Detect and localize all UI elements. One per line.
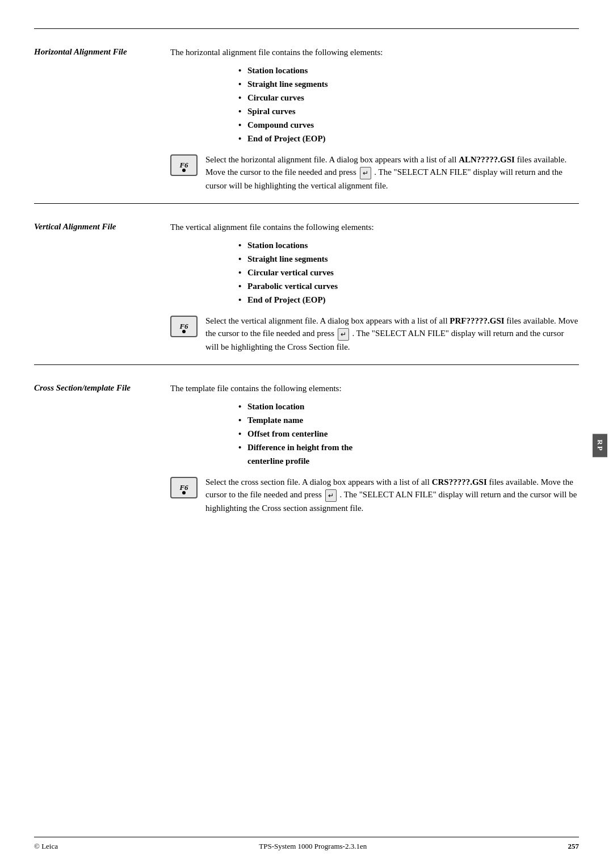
f6-description-horizontal: Select the horizontal alignment file. A … bbox=[205, 153, 579, 192]
list-item: Offset from centerline bbox=[238, 427, 579, 441]
bold-filename: PRF?????.GSI bbox=[450, 316, 504, 325]
enter-icon: ↵ bbox=[360, 167, 371, 179]
section-label-vertical: Vertical Alignment File bbox=[34, 221, 170, 353]
list-item: Straight line segments bbox=[238, 252, 579, 266]
section-content-cross-section: The template file contains the following… bbox=[170, 382, 579, 514]
section-cross-section: Cross Section/template File The template… bbox=[34, 364, 579, 526]
list-item: Station locations bbox=[238, 64, 579, 77]
f6-description-vertical: Select the vertical alignment file. A di… bbox=[205, 315, 579, 354]
f6-key-cross-section: F6 bbox=[170, 477, 198, 498]
footer-right: 257 bbox=[568, 842, 579, 851]
page: Horizontal Alignment File The horizontal… bbox=[0, 0, 613, 868]
bullet-list-horizontal: Station locations Straight line segments… bbox=[238, 64, 579, 145]
f6-description-cross-section: Select the cross section file. A dialog … bbox=[205, 476, 579, 515]
content-area: Horizontal Alignment File The horizontal… bbox=[34, 28, 579, 526]
bullet-list-cross-section: Station location Template name Offset fr… bbox=[238, 400, 579, 468]
list-item: Station location bbox=[238, 400, 579, 413]
f6-key-vertical: F6 bbox=[170, 316, 198, 337]
f6-key-horizontal: F6 bbox=[170, 154, 198, 176]
list-item: Circular vertical curves bbox=[238, 266, 579, 279]
list-item: Straight line segments bbox=[238, 77, 579, 91]
list-item: End of Project (EOP) bbox=[238, 293, 579, 307]
f6-block-vertical: F6 Select the vertical alignment file. A… bbox=[170, 315, 579, 354]
f6-key-dot bbox=[182, 169, 186, 172]
section-vertical: Vertical Alignment File The vertical ali… bbox=[34, 203, 579, 364]
f6-key-dot bbox=[182, 491, 186, 494]
rp-tab: RP bbox=[593, 434, 607, 457]
list-item: Station locations bbox=[238, 238, 579, 252]
footer-center: TPS-System 1000 Programs-2.3.1en bbox=[259, 842, 367, 851]
section-content-horizontal: The horizontal alignment file contains t… bbox=[170, 46, 579, 192]
section-label-cross-section: Cross Section/template File bbox=[34, 382, 170, 514]
f6-key-dot bbox=[182, 330, 186, 333]
list-item: Template name bbox=[238, 413, 579, 427]
bold-filename: ALN?????.GSI bbox=[459, 155, 515, 164]
section-intro-vertical: The vertical alignment file contains the… bbox=[170, 221, 579, 234]
footer: © Leica TPS-System 1000 Programs-2.3.1en… bbox=[34, 837, 579, 851]
enter-icon: ↵ bbox=[325, 489, 337, 502]
list-item: Compound curves bbox=[238, 118, 579, 132]
list-item: Difference in height from thecenterline … bbox=[238, 441, 579, 468]
section-horizontal: Horizontal Alignment File The horizontal… bbox=[34, 28, 579, 203]
bullet-list-vertical: Station locations Straight line segments… bbox=[238, 238, 579, 307]
list-item: Circular curves bbox=[238, 91, 579, 104]
list-item: Spiral curves bbox=[238, 104, 579, 118]
list-item: Parabolic vertical curves bbox=[238, 279, 579, 293]
f6-block-horizontal: F6 Select the horizontal alignment file.… bbox=[170, 153, 579, 192]
f6-block-cross-section: F6 Select the cross section file. A dial… bbox=[170, 476, 579, 515]
section-content-vertical: The vertical alignment file contains the… bbox=[170, 221, 579, 353]
section-intro-horizontal: The horizontal alignment file contains t… bbox=[170, 46, 579, 59]
footer-left: © Leica bbox=[34, 842, 58, 851]
list-item: End of Project (EOP) bbox=[238, 132, 579, 145]
enter-icon: ↵ bbox=[338, 328, 349, 341]
section-label-horizontal: Horizontal Alignment File bbox=[34, 46, 170, 192]
section-intro-cross-section: The template file contains the following… bbox=[170, 382, 579, 395]
bold-filename: CRS?????.GSI bbox=[432, 477, 487, 487]
